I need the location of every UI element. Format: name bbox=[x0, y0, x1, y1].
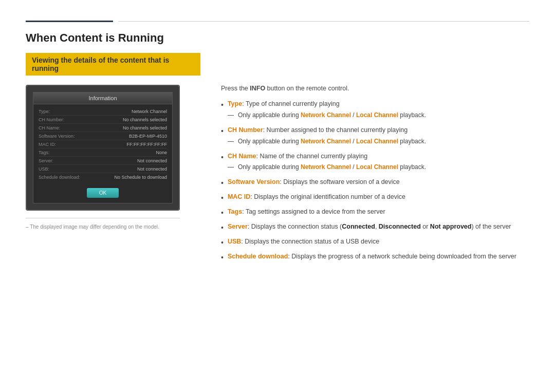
info-label-mac: MAC ID: bbox=[39, 142, 56, 147]
rest-tags: : Tag settings assigned to a device from… bbox=[242, 208, 385, 215]
bullet-content-mac: MAC ID: Displays the original identifica… bbox=[228, 192, 529, 202]
rest-server-1: : Displays the connection status ( bbox=[248, 223, 342, 230]
bullet-content-schedule: Schedule download: Displays the progress… bbox=[228, 252, 529, 262]
rest-software: : Displays the software version of a dev… bbox=[280, 178, 399, 185]
em-dash-type: — bbox=[228, 110, 234, 120]
bullet-item-ch-number: • CH Number: Number assigned to the chan… bbox=[221, 125, 529, 148]
sub-note-type: — Only applicable during Network Channel… bbox=[228, 110, 529, 120]
info-dialog-footer: OK bbox=[33, 184, 172, 203]
bullet-item-type: • Type: Type of channel currently playin… bbox=[221, 99, 529, 122]
rest-server-2: , bbox=[375, 223, 379, 230]
sub-note-ch-name: — Only applicable during Network Channel… bbox=[228, 162, 529, 172]
info-row-server: Server: Not connected bbox=[39, 157, 167, 165]
info-label-schedule: Schedule download: bbox=[39, 175, 80, 180]
bullet-item-schedule: • Schedule download: Displays the progre… bbox=[221, 252, 529, 263]
bullet-list: • Type: Type of channel currently playin… bbox=[221, 99, 529, 263]
bullet-item-tags: • Tags: Tag settings assigned to a devic… bbox=[221, 207, 529, 218]
bullet-content-ch-name: CH Name: Name of the channel currently p… bbox=[228, 152, 529, 174]
bullet-content-software: Software Version: Displays the software … bbox=[228, 177, 529, 187]
info-label-software: Software Version: bbox=[39, 134, 75, 139]
footnote-section: – The displayed image may differ dependi… bbox=[26, 218, 180, 230]
rest-server-4: ) of the server bbox=[471, 223, 511, 230]
info-row-ch-number: CH Number: No channels selected bbox=[39, 116, 167, 124]
info-row-mac: MAC ID: FF:FF:FF:FF:FF:FF bbox=[39, 140, 167, 148]
info-row-ch-name: CH Name: No channels selected bbox=[39, 124, 167, 132]
content-layout: Information Type: Network Channel CH Num… bbox=[26, 85, 529, 267]
info-dialog: Information Type: Network Channel CH Num… bbox=[33, 92, 173, 203]
term-type: Type bbox=[228, 100, 242, 107]
bullet-dot-mac: • bbox=[221, 193, 224, 203]
info-row-schedule: Schedule download: No Schedule to downlo… bbox=[39, 173, 167, 181]
press-info: Press the INFO button on the remote cont… bbox=[221, 85, 529, 92]
term-usb: USB bbox=[228, 238, 241, 245]
bullet-item-mac: • MAC ID: Displays the original identifi… bbox=[221, 192, 529, 203]
info-row-software: Software Version: B2B-EP-MIP-4510 bbox=[39, 132, 167, 140]
info-label-server: Server: bbox=[39, 158, 53, 163]
term-mac: MAC ID bbox=[228, 193, 250, 200]
term-server: Server bbox=[228, 223, 248, 230]
tv-screen-mockup: Information Type: Network Channel CH Num… bbox=[26, 85, 180, 211]
bullet-dot-ch-name: • bbox=[221, 152, 224, 163]
local-channel-3: Local Channel bbox=[356, 163, 398, 171]
network-channel-3: Network Channel bbox=[301, 163, 351, 171]
bullet-dot-server: • bbox=[221, 222, 224, 233]
info-row-usb: USB: Not connected bbox=[39, 165, 167, 173]
bullet-dot-schedule: • bbox=[221, 252, 224, 263]
status-not-approved: Not approved bbox=[430, 223, 472, 230]
top-line-light bbox=[118, 21, 529, 22]
bullet-dot-ch-number: • bbox=[221, 126, 224, 137]
info-value-software: B2B-EP-MIP-4510 bbox=[129, 134, 167, 139]
info-value-server: Not connected bbox=[137, 158, 167, 163]
sub-note-text-ch-name: Only applicable during Network Channel /… bbox=[238, 162, 426, 172]
bullet-item-software: • Software Version: Displays the softwar… bbox=[221, 177, 529, 189]
bullet-item-usb: • USB: Displays the connection status of… bbox=[221, 237, 529, 248]
bullet-dot-software: • bbox=[221, 178, 224, 189]
sub-note-text-ch-number: Only applicable during Network Channel /… bbox=[238, 137, 426, 146]
ok-button[interactable]: OK bbox=[87, 188, 119, 198]
info-value-usb: Not connected bbox=[137, 166, 167, 172]
bullet-content-ch-number: CH Number: Number assigned to the channe… bbox=[228, 125, 529, 148]
rest-ch-name: : Name of the channel currently playing bbox=[256, 153, 367, 160]
rest-server-3: or bbox=[421, 223, 430, 230]
bullet-dot-tags: • bbox=[221, 208, 224, 218]
network-channel-1: Network Channel bbox=[301, 111, 351, 119]
bullet-item-ch-name: • CH Name: Name of the channel currently… bbox=[221, 152, 529, 174]
bullet-content-server: Server: Displays the connection status (… bbox=[228, 222, 529, 232]
right-column: Press the INFO button on the remote cont… bbox=[221, 85, 529, 267]
status-disconnected: Disconnected bbox=[379, 223, 421, 230]
info-label-tags: Tags: bbox=[39, 150, 50, 155]
rest-usb: : Displays the connection status of a US… bbox=[241, 238, 379, 245]
info-label-ch-number: CH Number: bbox=[39, 117, 64, 122]
rest-schedule: : Displays the progress of a network sch… bbox=[288, 253, 516, 260]
info-label-type: Type: bbox=[39, 109, 50, 114]
sub-note-text-type: Only applicable during Network Channel /… bbox=[238, 110, 426, 120]
info-label-usb: USB: bbox=[39, 166, 49, 172]
info-value-mac: FF:FF:FF:FF:FF:FF bbox=[127, 142, 167, 147]
bullet-content-tags: Tags: Tag settings assigned to a device … bbox=[228, 207, 529, 217]
left-column: Information Type: Network Channel CH Num… bbox=[26, 85, 200, 230]
info-dialog-title: Information bbox=[33, 92, 172, 104]
term-software: Software Version bbox=[228, 178, 280, 185]
bullet-content-usb: USB: Displays the connection status of a… bbox=[228, 237, 529, 247]
bullet-dot-usb: • bbox=[221, 237, 224, 248]
term-schedule: Schedule download bbox=[228, 253, 288, 260]
term-ch-number: CH Number bbox=[228, 126, 263, 134]
info-value-tags: None bbox=[156, 150, 167, 155]
rest-mac: : Displays the original identification n… bbox=[250, 193, 405, 200]
tv-screen-inner: Information Type: Network Channel CH Num… bbox=[27, 86, 179, 210]
sub-note-ch-number: — Only applicable during Network Channel… bbox=[228, 137, 529, 146]
info-row-tags: Tags: None bbox=[39, 148, 167, 157]
local-channel-2: Local Channel bbox=[356, 138, 398, 145]
rest-ch-number: : Number assigned to the channel current… bbox=[263, 126, 408, 134]
info-value-ch-name: No channels selected bbox=[123, 125, 167, 130]
em-dash-ch-number: — bbox=[228, 137, 234, 146]
section-subtitle: Viewing the details of the content that … bbox=[26, 53, 200, 76]
bullet-item-server: • Server: Displays the connection status… bbox=[221, 222, 529, 233]
info-label-ch-name: CH Name: bbox=[39, 125, 60, 130]
info-row-type: Type: Network Channel bbox=[39, 107, 167, 116]
term-ch-name: CH Name bbox=[228, 153, 256, 160]
page-title: When Content is Running bbox=[26, 31, 529, 45]
info-bold: INFO bbox=[250, 85, 265, 92]
footnote-text: – The displayed image may differ dependi… bbox=[26, 224, 159, 230]
em-dash-ch-name: — bbox=[228, 162, 234, 172]
